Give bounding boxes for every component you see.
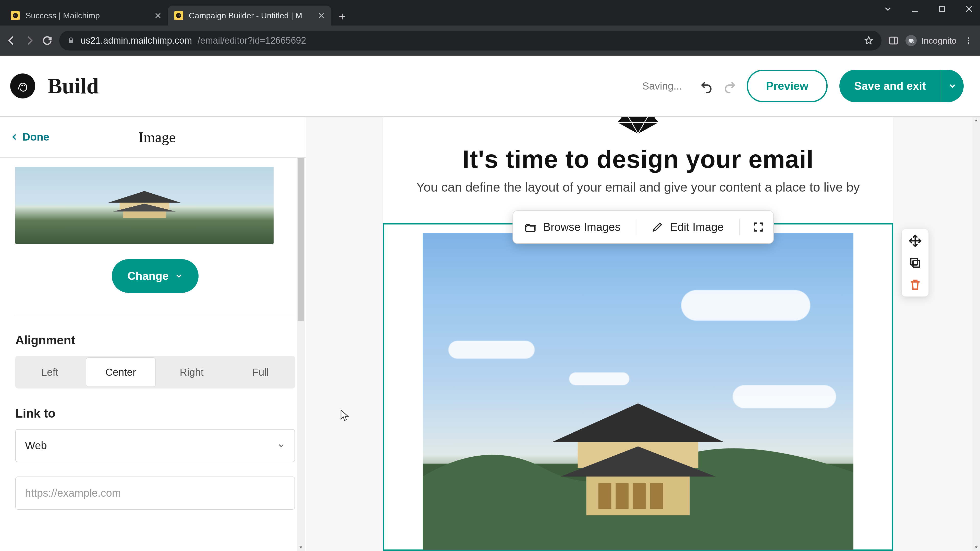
bookmark-star-icon[interactable] — [864, 35, 874, 46]
sidebar: Done Image — [0, 117, 306, 551]
svg-point-16 — [21, 85, 23, 86]
scroll-up-icon[interactable] — [972, 117, 980, 124]
save-button-label: Save and exit — [854, 79, 926, 92]
sidebar-header: Done Image — [0, 117, 306, 158]
temple-illustration — [423, 379, 853, 550]
address-bar[interactable]: us21.admin.mailchimp.com/email/editor?id… — [59, 30, 881, 51]
temple-roof-illustration — [103, 190, 186, 219]
undo-icon[interactable] — [700, 80, 711, 92]
nav-reload-icon[interactable] — [41, 35, 53, 46]
link-url-placeholder: https://example.com — [25, 487, 121, 499]
side-panel-icon[interactable] — [888, 35, 899, 46]
scroll-down-icon[interactable] — [972, 543, 980, 551]
sidebar-scroll-area: Change Alignment Left Center Right Full … — [15, 158, 295, 551]
svg-point-13 — [968, 42, 969, 44]
canvas-scrollbar[interactable] — [972, 117, 980, 551]
save-menu-caret[interactable] — [941, 70, 964, 102]
nav-forward-icon[interactable] — [24, 35, 35, 46]
duplicate-icon[interactable] — [908, 256, 922, 269]
edit-image-label: Edit Image — [670, 221, 724, 233]
email-subline: You can define the layout of your email … — [414, 180, 862, 195]
link-type-value: Web — [25, 440, 47, 452]
svg-rect-20 — [123, 211, 166, 218]
done-button[interactable]: Done — [10, 131, 49, 143]
svg-point-3 — [176, 13, 181, 18]
omnibox-right — [864, 35, 874, 46]
block-actions — [901, 229, 929, 297]
svg-point-11 — [968, 37, 969, 39]
browser-tab-title: Campaign Builder - Untitled | M — [189, 11, 312, 21]
alignment-heading: Alignment — [15, 333, 295, 347]
close-tab-icon[interactable] — [154, 12, 162, 19]
page-title: Build — [48, 73, 99, 99]
image-block-content — [423, 233, 853, 550]
preview-button[interactable]: Preview — [747, 70, 827, 102]
svg-point-2 — [16, 14, 16, 15]
svg-rect-29 — [633, 483, 646, 509]
chevron-down-icon[interactable] — [883, 3, 893, 14]
expand-button[interactable] — [749, 221, 768, 233]
scroll-down-icon[interactable] — [297, 543, 305, 551]
image-toolbar: Browse Images Edit Image — [513, 211, 773, 243]
new-tab-button[interactable] — [336, 10, 348, 23]
alignment-segmented: Left Center Right Full — [15, 356, 295, 389]
move-icon[interactable] — [908, 234, 922, 248]
link-type-select[interactable]: Web — [15, 429, 295, 462]
window-controls — [883, 3, 974, 14]
app-body: Done Image — [0, 117, 980, 551]
align-left-option[interactable]: Left — [15, 356, 84, 389]
incognito-indicator[interactable]: Incognito — [905, 35, 956, 46]
align-center-option[interactable]: Center — [86, 357, 156, 387]
sidebar-scrollbar[interactable] — [297, 158, 305, 551]
chrome-menu-icon[interactable] — [963, 35, 974, 46]
svg-rect-31 — [913, 260, 920, 267]
delete-icon[interactable] — [908, 278, 922, 291]
svg-rect-32 — [911, 259, 918, 265]
selected-image-block[interactable] — [383, 223, 893, 551]
save-button-group: Save and exit — [839, 70, 964, 102]
redo-icon[interactable] — [723, 80, 735, 92]
change-image-button[interactable]: Change — [112, 259, 199, 293]
browse-images-button[interactable]: Browse Images — [519, 221, 627, 233]
window-minimize-icon[interactable] — [910, 3, 920, 14]
email-headline: It's time to design your email — [414, 145, 862, 174]
link-url-input[interactable]: https://example.com — [15, 476, 295, 510]
folder-open-icon — [525, 221, 536, 233]
mailchimp-logo-icon[interactable] — [10, 73, 35, 98]
chevron-down-icon — [277, 441, 285, 450]
nav-back-icon[interactable] — [6, 35, 18, 46]
scrollbar-thumb[interactable] — [298, 158, 304, 321]
save-and-exit-button[interactable]: Save and exit — [839, 70, 941, 102]
header-actions: Saving... Preview Save and exit — [642, 70, 964, 102]
change-label: Change — [127, 270, 169, 283]
canvas: It's time to design your email You can d… — [306, 117, 980, 551]
divider — [15, 315, 295, 315]
edit-image-button[interactable]: Edit Image — [646, 221, 730, 233]
diamond-logo-icon — [617, 117, 659, 134]
svg-point-5 — [179, 14, 180, 15]
toolbar-divider — [636, 219, 636, 235]
window-maximize-icon[interactable] — [937, 3, 947, 14]
chevron-left-icon — [10, 133, 19, 141]
chevron-down-icon — [175, 272, 183, 280]
svg-point-14 — [14, 77, 32, 95]
svg-rect-30 — [650, 483, 663, 509]
url-host: us21.admin.mailchimp.com — [81, 35, 192, 46]
window-close-icon[interactable] — [964, 3, 974, 14]
image-thumbnail[interactable] — [15, 167, 274, 244]
favicon-mailchimp-icon — [174, 11, 183, 20]
browser-tab[interactable]: Success | Mailchimp — [5, 6, 168, 25]
browser-tab[interactable]: Campaign Builder - Untitled | M — [168, 6, 331, 25]
save-status: Saving... — [642, 80, 682, 92]
close-tab-icon[interactable] — [318, 12, 325, 19]
align-right-option[interactable]: Right — [157, 356, 226, 389]
incognito-label: Incognito — [921, 36, 956, 46]
svg-rect-27 — [598, 483, 611, 509]
svg-marker-17 — [108, 191, 181, 203]
align-full-option[interactable]: Full — [226, 356, 295, 389]
pencil-icon — [652, 221, 663, 233]
svg-point-4 — [177, 14, 178, 15]
lock-icon — [67, 37, 75, 44]
toolbar-divider — [739, 219, 740, 235]
sidebar-title: Image — [49, 129, 265, 146]
